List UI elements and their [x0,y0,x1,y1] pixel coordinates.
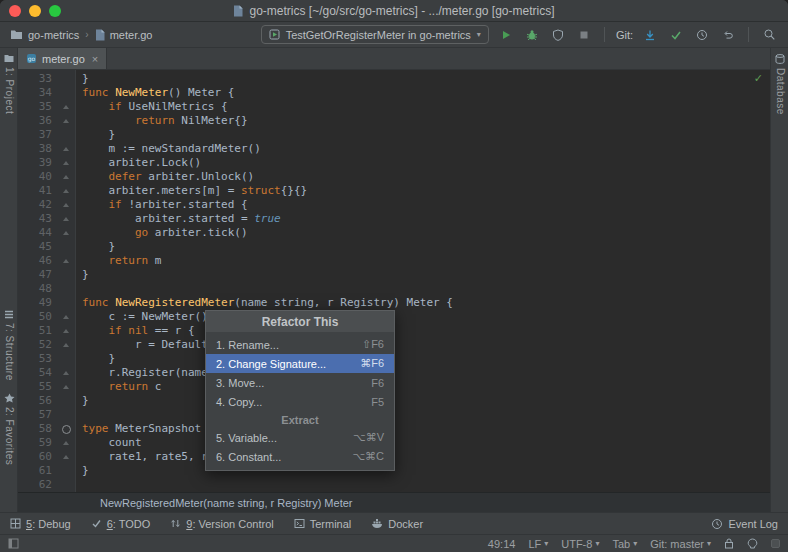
toolwindow-button-todo[interactable]: 6: TODO [91,518,151,530]
toolwindow-button-favorites[interactable]: 2: Favorites [0,393,18,465]
event-log-button[interactable]: Event Log [711,518,778,530]
code-line[interactable]: 47} [18,268,770,282]
memory-indicator[interactable] [771,539,780,548]
line-number[interactable]: 52 [18,338,58,352]
refactor-menu-item[interactable]: 6. Constant...⌥⌘C [206,447,394,466]
code-line[interactable]: 45 } [18,240,770,254]
line-number[interactable]: 59 [18,436,58,450]
line-number[interactable]: 62 [18,478,58,492]
code-line[interactable]: 43 arbiter.started = true [18,212,770,226]
toolwindow-button-project[interactable]: 1: Project [0,54,18,114]
navigation-bar: go-metrics › meter.go TestGetOrRegisterM… [0,22,788,48]
toolwindow-button-terminal[interactable]: Terminal [294,518,352,530]
refactor-menu-item[interactable]: 5. Variable...⌥⌘V [206,428,394,447]
code-line[interactable]: 42 if !arbiter.started { [18,198,770,212]
line-number[interactable]: 36 [18,114,58,128]
editor-column: go meter.go × 33}34func NewMeter() Meter… [18,48,770,512]
refactor-menu-item[interactable]: 2. Change Signature...⌘F6 [206,354,394,373]
indent-widget[interactable]: Tab ▾ [612,538,637,550]
run-with-coverage-button[interactable] [549,26,567,44]
line-number[interactable]: 50 [18,310,58,324]
line-number[interactable]: 34 [18,86,58,100]
toolwindow-button-debug[interactable]: 5: Debug [10,518,71,530]
encoding-widget[interactable]: UTF-8 ▾ [561,538,599,550]
line-number[interactable]: 35 [18,100,58,114]
editor-tab-meter-go[interactable]: go meter.go × [18,48,107,69]
line-number[interactable]: 44 [18,226,58,240]
debug-button[interactable] [523,26,541,44]
git-commit-button[interactable] [667,26,685,44]
toolwindow-toggle-icon[interactable] [8,538,19,549]
line-number[interactable]: 49 [18,296,58,310]
line-number[interactable]: 45 [18,240,58,254]
git-update-button[interactable] [641,26,659,44]
line-number[interactable]: 46 [18,254,58,268]
code-line[interactable]: 40 defer arbiter.Unlock() [18,170,770,184]
toolwindow-button-version-control[interactable]: 9: Version Control [170,518,273,530]
titlebar[interactable]: go-metrics [~/go/src/go-metrics] - .../m… [0,0,788,22]
run-button[interactable] [497,26,515,44]
code-line[interactable]: 38 m := newStandardMeter() [18,142,770,156]
line-number[interactable]: 42 [18,198,58,212]
refactor-menu-item[interactable]: 1. Rename...⇧F6 [206,335,394,354]
inspection-ok-icon[interactable]: ✓ [754,72,763,85]
line-number[interactable]: 38 [18,142,58,156]
line-number[interactable]: 61 [18,464,58,478]
run-configuration-select[interactable]: TestGetOrRegisterMeter in go-metrics ▾ [261,25,489,44]
caret-position-widget[interactable]: 49:14 [488,538,516,550]
code-line[interactable]: 34func NewMeter() Meter { [18,86,770,100]
minimize-window-button[interactable] [29,5,41,17]
line-number[interactable]: 53 [18,352,58,366]
code-line[interactable]: 36 return NilMeter{} [18,114,770,128]
code-editor[interactable]: 33}34func NewMeter() Meter {35 if UseNil… [18,70,770,492]
toolwindow-button-database[interactable]: Database [771,54,788,115]
code-line[interactable]: 33} [18,72,770,86]
refactor-menu-item[interactable]: 3. Move...F6 [206,373,394,392]
line-number[interactable]: 51 [18,324,58,338]
tool-window-bar: 5: Debug 6: TODO 9: Version Control Term… [0,512,788,534]
code-line[interactable]: 39 arbiter.Lock() [18,156,770,170]
code-text: c := NewMeter() [76,310,208,324]
close-window-button[interactable] [9,5,21,17]
code-line[interactable]: 44 go arbiter.tick() [18,226,770,240]
gutter-fold-area [58,450,76,464]
breadcrumb-file[interactable]: meter.go [110,29,153,41]
line-number[interactable]: 60 [18,450,58,464]
line-ending-widget[interactable]: LF ▾ [528,538,548,550]
line-number[interactable]: 33 [18,72,58,86]
refactor-menu-item[interactable]: 4. Copy...F5 [206,392,394,411]
toolwindow-button-docker[interactable]: Docker [371,518,423,530]
toolwindow-button-structure[interactable]: 7: Structure [0,310,18,381]
search-everywhere-button[interactable] [760,26,778,44]
code-line[interactable]: 46 return m [18,254,770,268]
line-number[interactable]: 37 [18,128,58,142]
line-number[interactable]: 57 [18,408,58,422]
code-text: arbiter.Lock() [76,156,201,170]
code-line[interactable]: 41 arbiter.meters[m] = struct{}{} [18,184,770,198]
code-line[interactable]: 35 if UseNilMetrics { [18,100,770,114]
zoom-window-button[interactable] [49,5,61,17]
lock-icon[interactable] [724,538,734,549]
line-number[interactable]: 58 [18,422,58,436]
code-line[interactable]: 49func NewRegisteredMeter(name string, r… [18,296,770,310]
line-number[interactable]: 39 [18,156,58,170]
line-number[interactable]: 55 [18,380,58,394]
line-number[interactable]: 54 [18,366,58,380]
git-branch-widget[interactable]: Git: master ▾ [650,538,711,550]
code-line[interactable]: 62 [18,478,770,492]
highlighting-level-icon[interactable] [747,538,758,549]
stop-button[interactable] [575,26,593,44]
line-number[interactable]: 56 [18,394,58,408]
close-tab-icon[interactable]: × [92,53,98,65]
code-line[interactable]: 48 [18,282,770,296]
line-number[interactable]: 40 [18,170,58,184]
rollback-button[interactable] [719,26,737,44]
line-number[interactable]: 43 [18,212,58,226]
line-number[interactable]: 48 [18,282,58,296]
gutter-marker-icon[interactable] [58,422,76,436]
code-line[interactable]: 37 } [18,128,770,142]
line-number[interactable]: 41 [18,184,58,198]
line-number[interactable]: 47 [18,268,58,282]
breadcrumb-project[interactable]: go-metrics [28,29,79,41]
history-button[interactable] [693,26,711,44]
